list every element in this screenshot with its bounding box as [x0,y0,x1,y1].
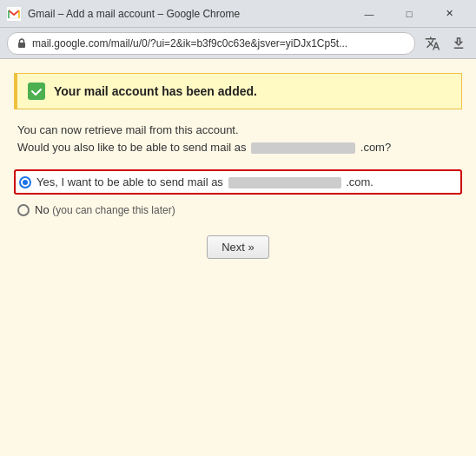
close-button[interactable]: ✕ [429,0,469,28]
window-title: Gmail – Add a mail account – Google Chro… [28,8,240,20]
email-masked-2 [228,177,341,188]
info-line2: Would you also like to be able to send m… [17,139,459,156]
success-text: Your mail account has been added. [54,84,257,98]
address-input[interactable]: mail.google.com/mail/u/0/?ui=2&ik=b3f9c0… [7,32,415,55]
info-line1: You can now retrieve mail from this acco… [17,122,459,139]
download-icon[interactable] [448,33,469,54]
email-masked-1 [251,142,355,154]
radio-yes-input[interactable] [19,176,31,188]
check-icon [28,83,45,100]
page-content: Your mail account has been added. You ca… [0,59,476,456]
radio-no-text: No [35,203,50,216]
svg-rect-1 [18,43,25,48]
minimize-button[interactable]: — [349,0,389,28]
radio-no-sublabel: (you can change this later) [52,204,175,216]
button-row: Next » [14,235,462,259]
radio-no-option[interactable]: No (you can change this later) [14,198,462,221]
toolbar-icons [422,33,469,54]
url-text: mail.google.com/mail/u/0/?ui=2&ik=b3f9c0… [32,37,347,50]
favicon [7,7,21,21]
radio-no-label: No (you can change this later) [35,203,175,216]
radio-yes-prefix: Yes, I want to be able to send mail as [36,175,223,188]
info-section: You can now retrieve mail from this acco… [14,122,462,155]
titlebar: Gmail – Add a mail account – Google Chro… [0,0,476,28]
radio-yes-suffix: .com. [346,175,374,188]
radio-yes-option[interactable]: Yes, I want to be able to send mail as .… [14,169,462,195]
radio-yes-label: Yes, I want to be able to send mail as .… [36,175,374,188]
info-line2-prefix: Would you also like to be able to send m… [17,141,247,154]
success-banner: Your mail account has been added. [14,73,462,109]
addressbar: mail.google.com/mail/u/0/?ui=2&ik=b3f9c0… [0,28,476,59]
maximize-button[interactable]: □ [389,0,429,28]
lock-icon [17,37,27,49]
next-button[interactable]: Next » [207,235,269,259]
info-line2-suffix: .com? [360,141,391,154]
radio-section: Yes, I want to be able to send mail as .… [14,169,462,221]
window-controls: — □ ✕ [349,0,469,28]
radio-no-input[interactable] [17,204,30,216]
translate-icon[interactable] [422,33,443,54]
